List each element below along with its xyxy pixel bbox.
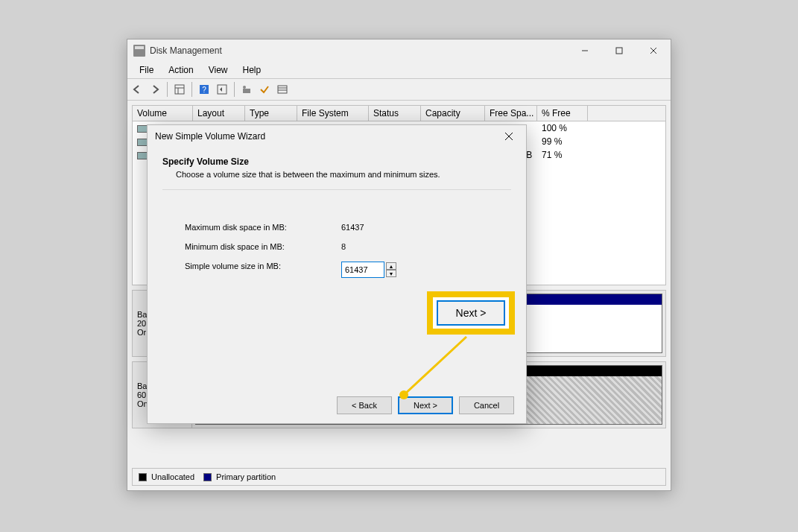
svg-point-11 bbox=[243, 86, 246, 89]
cell-pct: 99 % bbox=[537, 136, 588, 148]
check-icon[interactable] bbox=[256, 81, 273, 98]
col-capacity[interactable]: Capacity bbox=[421, 106, 485, 121]
menu-view[interactable]: View bbox=[201, 63, 235, 77]
menu-help[interactable]: Help bbox=[235, 63, 269, 77]
wizard-titlebar: New Simple Volume Wizard bbox=[148, 125, 526, 148]
menu-file[interactable]: File bbox=[132, 63, 161, 77]
legend: Unallocated Primary partition bbox=[132, 468, 666, 486]
back-button[interactable]: < Back bbox=[337, 396, 392, 414]
spin-up-button[interactable]: ▲ bbox=[386, 262, 396, 270]
min-label: Minimum disk space in MB: bbox=[185, 242, 341, 251]
volume-icon bbox=[137, 152, 148, 159]
wizard-title-text: New Simple Volume Wizard bbox=[155, 131, 499, 142]
help-icon[interactable]: ? bbox=[196, 81, 212, 98]
toolbar: ? bbox=[127, 78, 671, 101]
properties-icon[interactable] bbox=[238, 81, 255, 98]
list-icon[interactable] bbox=[274, 81, 291, 98]
svg-rect-10 bbox=[243, 89, 250, 93]
callout-highlight: Next > bbox=[427, 291, 515, 335]
cancel-button[interactable]: Cancel bbox=[459, 396, 514, 414]
max-label: Maximum disk space in MB: bbox=[185, 223, 341, 232]
volume-icon bbox=[137, 125, 148, 133]
svg-rect-1 bbox=[616, 48, 622, 54]
menu-action[interactable]: Action bbox=[161, 63, 200, 77]
svg-rect-12 bbox=[278, 86, 287, 93]
close-button[interactable] bbox=[636, 39, 671, 62]
legend-unalloc-swatch bbox=[139, 473, 147, 481]
cell-pct: 71 % bbox=[537, 149, 588, 161]
window-title: Disk Management bbox=[150, 45, 568, 56]
titlebar: Disk Management bbox=[127, 39, 671, 62]
callout-next-button: Next > bbox=[437, 300, 505, 326]
col-spacer bbox=[588, 106, 665, 121]
min-value: 8 bbox=[341, 242, 416, 251]
wizard-subtitle: Choose a volume size that is between the… bbox=[176, 170, 511, 179]
col-pctfree[interactable]: % Free bbox=[537, 106, 588, 121]
app-icon bbox=[133, 45, 145, 57]
disk-management-window: Disk Management File Action View Help ? … bbox=[127, 39, 671, 491]
size-label: Simple volume size in MB: bbox=[185, 262, 341, 278]
volume-icon bbox=[137, 139, 148, 146]
next-button[interactable]: Next > bbox=[398, 396, 453, 414]
maximize-button[interactable] bbox=[602, 39, 636, 62]
svg-rect-4 bbox=[175, 85, 184, 94]
col-status[interactable]: Status bbox=[369, 106, 421, 121]
legend-primary: Primary partition bbox=[216, 472, 276, 481]
new-simple-volume-wizard: New Simple Volume Wizard Specify Volume … bbox=[147, 124, 527, 424]
col-filesystem[interactable]: File System bbox=[297, 106, 369, 121]
refresh-icon[interactable] bbox=[214, 81, 230, 98]
wizard-heading: Specify Volume Size bbox=[162, 156, 511, 167]
menubar: File Action View Help bbox=[127, 62, 671, 78]
legend-primary-swatch bbox=[203, 473, 212, 481]
wizard-close-button[interactable] bbox=[499, 127, 519, 146]
col-type[interactable]: Type bbox=[245, 106, 297, 121]
spin-down-button[interactable]: ▼ bbox=[386, 270, 396, 277]
volume-size-input[interactable] bbox=[341, 262, 384, 278]
back-icon[interactable] bbox=[129, 81, 145, 98]
legend-unalloc: Unallocated bbox=[151, 472, 194, 481]
svg-text:?: ? bbox=[202, 86, 206, 94]
col-layout[interactable]: Layout bbox=[193, 106, 245, 121]
forward-icon[interactable] bbox=[147, 81, 163, 98]
minimize-button[interactable] bbox=[568, 39, 602, 62]
layout-icon[interactable] bbox=[171, 81, 188, 98]
volume-table-header: Volume Layout Type File System Status Ca… bbox=[132, 105, 666, 121]
max-value: 61437 bbox=[341, 223, 416, 232]
col-freespace[interactable]: Free Spa... bbox=[485, 106, 537, 121]
col-volume[interactable]: Volume bbox=[133, 106, 193, 121]
cell-pct: 100 % bbox=[537, 122, 588, 134]
